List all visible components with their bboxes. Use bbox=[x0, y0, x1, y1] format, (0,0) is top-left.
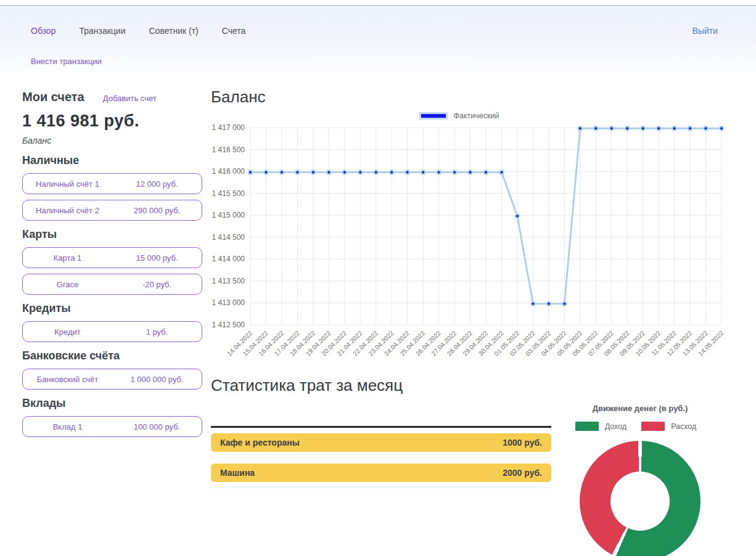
total-balance-caption: Баланс bbox=[22, 136, 202, 145]
account-card-deposit[interactable]: Вклад 1 100 000 руб. bbox=[22, 416, 202, 437]
nav-item-advisor[interactable]: Советник (т) bbox=[149, 26, 199, 36]
svg-text:1 414 000: 1 414 000 bbox=[212, 255, 245, 263]
add-account-link[interactable]: Добавить счет bbox=[103, 94, 157, 103]
svg-text:1 415 500: 1 415 500 bbox=[212, 189, 245, 198]
money-flow-legend: ДоходРасход bbox=[561, 422, 720, 431]
nav-row: Обзор Транзакции Советник (т) Счета Выйт… bbox=[0, 6, 756, 47]
account-card-credit[interactable]: Кредит 1 руб. bbox=[22, 321, 202, 342]
accounts-sidebar: Мои счета Добавить счет 1 416 981 руб. Б… bbox=[22, 79, 202, 556]
legend-swatch bbox=[419, 112, 448, 120]
group-title-bank-accounts: Банковские счёта bbox=[22, 350, 202, 362]
group-title-credits: Кредиты bbox=[22, 302, 202, 315]
account-name: Карта 1 bbox=[23, 253, 112, 263]
expense-amount: 1000 руб. bbox=[503, 438, 542, 448]
account-name: Вклад 1 bbox=[23, 422, 112, 431]
svg-text:1 417 000: 1 417 000 bbox=[212, 123, 245, 132]
account-amount: -20 руб. bbox=[112, 280, 202, 289]
balance-line-chart: Фактический 1 412 5001 413 0001 413 5001… bbox=[211, 112, 732, 374]
svg-text:1 413 500: 1 413 500 bbox=[212, 277, 245, 285]
expense-row-car: Машина 2000 руб. bbox=[211, 464, 551, 482]
main-panel: Баланс Фактический 1 412 5001 413 0001 4… bbox=[202, 79, 732, 556]
balance-chart-title: Баланс bbox=[211, 88, 732, 107]
money-flow-chart: Движение денег (в руб.) ДоходРасход bbox=[561, 401, 720, 556]
page-content: Мои счета Добавить счет 1 416 981 руб. Б… bbox=[0, 76, 756, 556]
money-flow-donut bbox=[580, 441, 701, 556]
legend-swatch bbox=[641, 422, 665, 431]
account-name: Банковский счёт bbox=[23, 375, 112, 384]
svg-text:1 416 500: 1 416 500 bbox=[212, 145, 245, 154]
group-title-cash: Наличные bbox=[22, 154, 202, 167]
sidebar-title: Мои счета bbox=[22, 90, 84, 104]
nav-item-accounts[interactable]: Счета bbox=[222, 26, 246, 36]
account-amount: 1 руб. bbox=[112, 327, 202, 337]
expense-amount: 2000 руб. bbox=[503, 468, 542, 478]
legend-label: Фактический bbox=[454, 112, 499, 120]
top-navigation-bar: Обзор Транзакции Советник (т) Счета Выйт… bbox=[0, 5, 756, 76]
svg-text:1 416 000: 1 416 000 bbox=[212, 167, 245, 176]
svg-text:1 415 000: 1 415 000 bbox=[212, 211, 245, 219]
money-flow-title: Движение денег (в руб.) bbox=[561, 404, 720, 413]
account-name: Grace bbox=[23, 280, 112, 289]
group-title-deposits: Вклады bbox=[22, 397, 202, 410]
account-card-cash-1[interactable]: Наличный счёт 1 12 000 руб. bbox=[22, 173, 202, 194]
nav-item-overview[interactable]: Обзор bbox=[31, 26, 55, 36]
nav-item-transactions[interactable]: Транзакции bbox=[79, 26, 125, 36]
total-balance-value: 1 416 981 руб. bbox=[22, 112, 202, 131]
legend-swatch bbox=[575, 422, 599, 431]
account-card-bank[interactable]: Банковский счёт 1 000 000 руб. bbox=[22, 369, 202, 390]
account-amount: 12 000 руб. bbox=[112, 179, 202, 189]
account-amount: 15 000 руб. bbox=[112, 253, 202, 263]
expense-category: Машина bbox=[220, 468, 255, 478]
account-name: Наличный счёт 2 bbox=[23, 206, 112, 215]
account-card-card-1[interactable]: Карта 1 15 000 руб. bbox=[22, 247, 202, 268]
logout-link[interactable]: Выйти bbox=[692, 26, 718, 36]
account-name: Кредит bbox=[23, 327, 112, 337]
account-amount: 100 000 руб. bbox=[112, 422, 202, 431]
monthly-stats-title: Статистика трат за месяц bbox=[211, 376, 732, 395]
account-card-grace[interactable]: Grace -20 руб. bbox=[22, 274, 202, 295]
expense-table: Кафе и рестораны 1000 руб. Машина 2000 р… bbox=[211, 426, 551, 556]
expense-row-cafe: Кафе и рестораны 1000 руб. bbox=[211, 433, 551, 452]
svg-text:1 413 000: 1 413 000 bbox=[212, 298, 245, 307]
legend-label: Доход bbox=[605, 422, 627, 431]
legend-label: Расход bbox=[671, 422, 696, 431]
line-chart-legend: Фактический bbox=[211, 112, 707, 120]
account-amount: 290 000 руб. bbox=[112, 206, 202, 215]
expense-category: Кафе и рестораны bbox=[220, 438, 300, 448]
svg-text:1 414 500: 1 414 500 bbox=[212, 233, 245, 242]
line-chart-plot: 1 412 5001 413 0001 413 5001 414 0001 41… bbox=[211, 121, 732, 374]
group-title-cards: Карты bbox=[22, 228, 202, 241]
account-card-cash-2[interactable]: Наличный счёт 2 290 000 руб. bbox=[22, 200, 202, 221]
account-amount: 1 000 000 руб. bbox=[112, 375, 202, 384]
account-name: Наличный счёт 1 bbox=[23, 179, 112, 189]
svg-text:1 412 500: 1 412 500 bbox=[212, 321, 245, 329]
donut-hole bbox=[610, 472, 670, 531]
add-transaction-link[interactable]: Внести транзакции bbox=[31, 57, 102, 66]
